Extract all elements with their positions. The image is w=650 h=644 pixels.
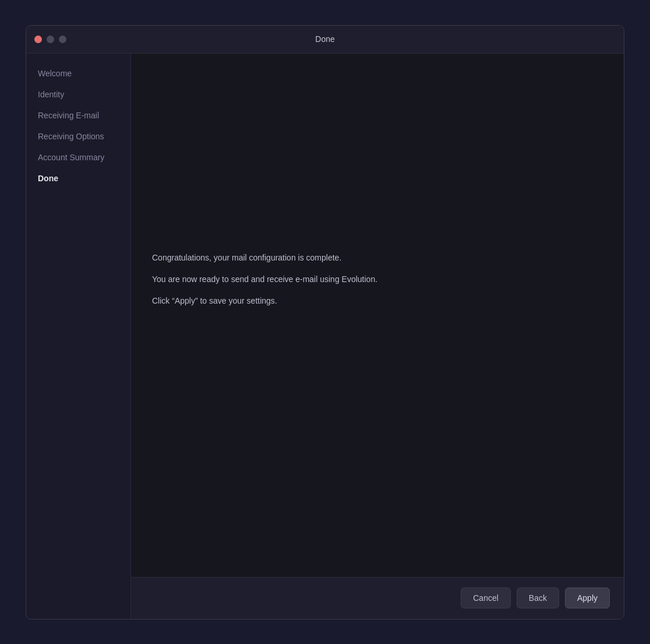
- cancel-button[interactable]: Cancel: [461, 587, 511, 608]
- bottom-bar: Cancel Back Apply: [131, 577, 624, 619]
- spacer: [152, 77, 603, 252]
- sidebar-item-identity[interactable]: Identity: [26, 84, 130, 105]
- sidebar-item-welcome[interactable]: Welcome: [26, 63, 130, 84]
- title-bar-buttons: [34, 36, 66, 43]
- minimize-button[interactable]: [47, 36, 54, 43]
- maximize-button[interactable]: [59, 36, 66, 43]
- message-3: Click “Apply” to save your settings.: [152, 295, 603, 307]
- sidebar-item-receiving-options[interactable]: Receiving Options: [26, 126, 130, 147]
- title-bar: Done: [26, 26, 624, 54]
- sidebar-item-receiving-email[interactable]: Receiving E-mail: [26, 105, 130, 126]
- message-1: Congratulations, your mail configuration…: [152, 252, 603, 264]
- message-2: You are now ready to send and receive e-…: [152, 273, 603, 286]
- sidebar-item-account-summary[interactable]: Account Summary: [26, 147, 130, 168]
- dialog-window: Done Welcome Identity Receiving E-mail R…: [26, 25, 624, 620]
- close-button[interactable]: [34, 36, 42, 43]
- sidebar-item-done[interactable]: Done: [26, 168, 130, 189]
- sidebar: Welcome Identity Receiving E-mail Receiv…: [26, 54, 131, 619]
- message-block: Congratulations, your mail configuration…: [152, 252, 603, 307]
- dialog-body: Welcome Identity Receiving E-mail Receiv…: [26, 54, 624, 619]
- main-content: Congratulations, your mail configuration…: [131, 54, 624, 619]
- apply-button[interactable]: Apply: [565, 587, 610, 608]
- back-button[interactable]: Back: [517, 587, 559, 608]
- window-title: Done: [315, 34, 334, 44]
- content-area: Congratulations, your mail configuration…: [131, 54, 624, 577]
